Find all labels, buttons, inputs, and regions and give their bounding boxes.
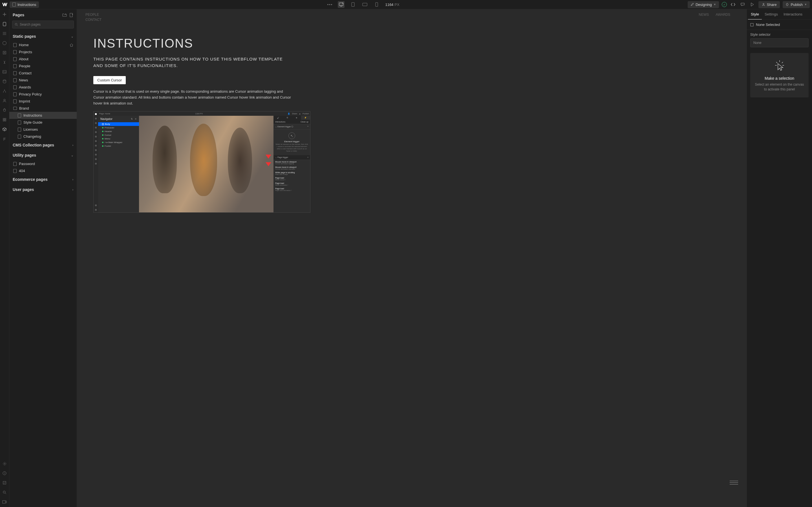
cms-icon[interactable] <box>2 78 7 84</box>
page-item-label: Contact <box>19 71 32 75</box>
tablet-landscape-btn[interactable] <box>361 1 368 8</box>
page-item-privacy-policy[interactable]: Privacy Policy <box>9 91 77 98</box>
svg-rect-15 <box>5 120 6 121</box>
canvas-area[interactable]: PEOPLE CONTACT NEWS AWARDS INSTRUCTIONS … <box>77 9 747 507</box>
viewport-size[interactable]: 1164 PX <box>385 3 399 7</box>
page-icon <box>13 43 17 47</box>
page-item-changelog[interactable]: Changelog <box>9 133 77 140</box>
svg-rect-22 <box>3 501 5 503</box>
svg-point-17 <box>4 463 5 464</box>
apps-icon[interactable] <box>2 117 7 122</box>
status-check-icon[interactable]: ✓ <box>722 2 727 7</box>
navigator-icon[interactable] <box>2 31 7 36</box>
page-item-news[interactable]: News <box>9 76 77 83</box>
page-item-password[interactable]: Password <box>9 160 77 167</box>
code-icon[interactable] <box>730 1 737 8</box>
pages-panel: Pages Search pages Static pages ⌄ HomePr… <box>9 9 77 507</box>
none-selected-label: None Selected <box>756 22 780 27</box>
page-icon <box>13 50 17 54</box>
page-icon <box>13 78 17 82</box>
components-icon[interactable] <box>2 40 7 46</box>
share-label: Share <box>767 3 777 7</box>
page-icon <box>18 135 21 138</box>
section-ecommerce-pages[interactable]: Ecommerce pages › <box>9 174 77 184</box>
chevron-down-icon: ▼ <box>804 3 807 6</box>
variables-icon[interactable] <box>2 50 7 55</box>
logic-icon[interactable] <box>2 88 7 94</box>
section-label: Ecommerce pages <box>13 177 48 182</box>
svg-point-5 <box>763 3 764 4</box>
tab-interactions[interactable]: Interactions <box>781 9 805 19</box>
svg-rect-23 <box>70 13 72 17</box>
add-icon[interactable] <box>2 11 7 17</box>
page-item-awards[interactable]: Awards <box>9 83 77 91</box>
svg-rect-25 <box>751 23 753 26</box>
tab-style[interactable]: Style <box>748 9 762 19</box>
pages-icon[interactable] <box>2 21 7 27</box>
page-item-label: Instructions <box>23 113 42 117</box>
video-icon[interactable] <box>2 499 7 505</box>
comment-icon[interactable] <box>739 1 746 8</box>
page-item-label: Imprint <box>19 99 30 103</box>
page-item-contact[interactable]: Contact <box>9 69 77 76</box>
font-icon[interactable]: {F <box>2 136 7 142</box>
share-button[interactable]: Share <box>758 1 780 8</box>
ecommerce-icon[interactable] <box>2 107 7 113</box>
designing-label: Designing <box>696 3 712 7</box>
body-text: Cursor is a Symbol that is used on every… <box>77 89 308 111</box>
svg-rect-3 <box>363 3 367 6</box>
webflow-logo[interactable] <box>2 2 7 7</box>
page-item-label: 404 <box>19 169 25 173</box>
svg-rect-20 <box>3 482 6 484</box>
tab-settings[interactable]: Settings <box>762 9 781 19</box>
current-page-name: Instructions <box>17 3 36 7</box>
new-page-icon[interactable] <box>70 13 73 17</box>
page-subheading: THIS PAGE CONTAINS INSTRUCTIONS ON HOW T… <box>77 56 308 74</box>
page-icon <box>13 100 17 103</box>
section-user-pages[interactable]: User pages › <box>9 184 77 194</box>
search-icon[interactable] <box>2 490 7 495</box>
play-icon[interactable] <box>749 1 756 8</box>
style-selector-input[interactable]: None <box>750 38 809 47</box>
page-item-about[interactable]: About <box>9 55 77 62</box>
page-item-label: People <box>19 64 30 68</box>
publish-button[interactable]: Publish ▼ <box>783 1 810 8</box>
current-page-tab[interactable]: Instructions <box>10 1 39 8</box>
mobile-device-btn[interactable] <box>373 1 380 8</box>
tablet-device-btn[interactable] <box>350 1 356 8</box>
search-pages-input[interactable]: Search pages <box>12 20 74 29</box>
checklist-icon[interactable] <box>2 480 7 486</box>
assets-icon[interactable] <box>2 69 7 75</box>
desktop-device-btn[interactable] <box>338 1 345 8</box>
svg-point-24 <box>15 23 17 25</box>
svg-rect-14 <box>3 120 4 121</box>
section-utility-pages[interactable]: Utility pages ⌄ <box>9 150 77 160</box>
svg-point-10 <box>3 80 6 81</box>
new-folder-icon[interactable] <box>62 13 67 17</box>
page-item-people[interactable]: People <box>9 62 77 69</box>
section-static-pages[interactable]: Static pages ⌄ <box>9 31 77 41</box>
help-icon[interactable]: ? <box>2 470 7 476</box>
styles-icon[interactable] <box>2 59 7 65</box>
page-item-style-guide[interactable]: Style Guide <box>9 119 77 126</box>
page-item-instructions[interactable]: Instructions <box>9 112 77 119</box>
page-item-brand[interactable]: Brand <box>9 105 77 112</box>
page-item-licenses[interactable]: Licenses <box>9 126 77 133</box>
empty-title: Make a selection <box>754 76 805 80</box>
page-item-label: Password <box>19 162 35 166</box>
designing-mode-btn[interactable]: Designing ▼ <box>688 1 719 8</box>
section-label: Static pages <box>13 34 36 39</box>
style-selector-label: Style selector <box>747 30 812 38</box>
folder-icon <box>13 107 17 110</box>
page-item-projects[interactable]: Projects <box>9 48 77 55</box>
section-cms-pages[interactable]: CMS Collection pages › <box>9 140 77 150</box>
settings-icon[interactable] <box>2 461 7 466</box>
page-item-home[interactable]: Home <box>9 41 77 48</box>
page-icon <box>13 86 17 89</box>
package-icon[interactable] <box>2 126 7 132</box>
more-menu[interactable]: ••• <box>327 3 333 7</box>
page-item-imprint[interactable]: Imprint <box>9 98 77 105</box>
page-item-404[interactable]: 404 <box>9 167 77 174</box>
users-icon[interactable] <box>2 98 7 103</box>
page-item-label: Changelog <box>23 134 41 138</box>
